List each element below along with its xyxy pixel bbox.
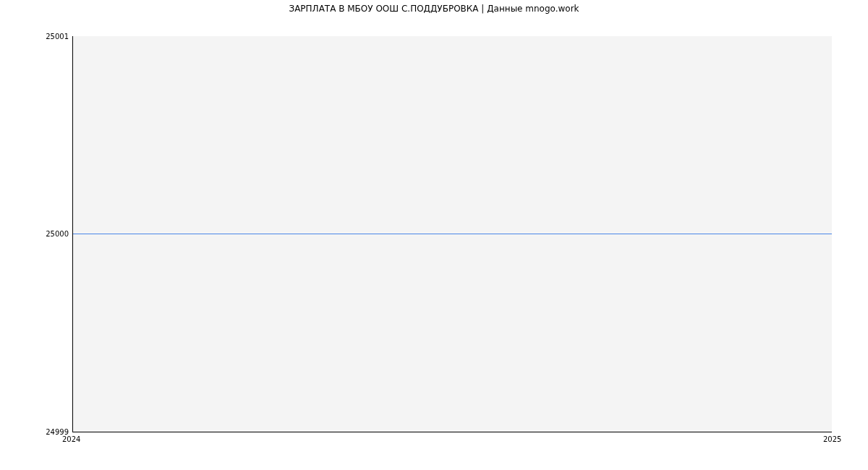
chart-plot-area [72, 36, 832, 432]
y-tick-label: 25000 [46, 230, 69, 238]
x-tick-label: 2025 [823, 435, 841, 443]
chart-title: ЗАРПЛАТА В МБОУ ООШ С.ПОДДУБРОВКА | Данн… [289, 4, 579, 14]
x-axis-line [72, 432, 832, 432]
x-tick-label: 2024 [62, 435, 80, 443]
y-tick-label: 24999 [46, 428, 69, 436]
chart-data-line [72, 234, 832, 234]
y-tick-label: 25001 [46, 33, 69, 40]
y-axis-line [72, 36, 73, 432]
